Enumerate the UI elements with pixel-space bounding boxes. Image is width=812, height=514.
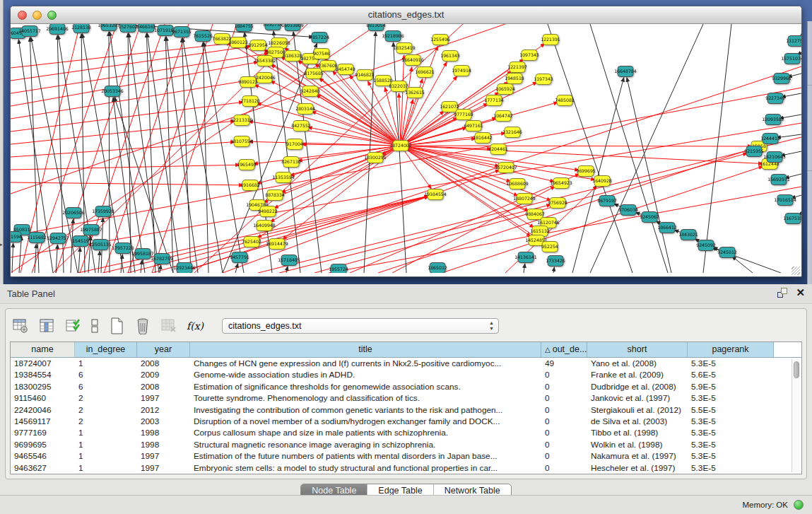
graph-node[interactable]: 7857224 [310,33,329,43]
graph-node[interactable]: 16648784 [614,66,637,77]
graph-node[interactable]: 1112750 [786,36,801,47]
graph-node[interactable]: 15720407 [495,163,517,173]
graph-node[interactable]: 1115682 [27,233,47,243]
column-header-short[interactable]: short [587,342,688,357]
vertical-scrollbar[interactable] [792,359,800,472]
graph-node[interactable]: 907546 [313,49,330,59]
graph-node[interactable]: 9890123 [238,77,258,88]
graph-node[interactable]: 8813054 [366,24,386,31]
table-row[interactable]: 977716911998Corpus callosum shape and si… [11,427,801,438]
table-row[interactable]: 1938455462009Genome-wide association stu… [11,369,801,380]
graph-node[interactable]: 18300295 [364,153,387,163]
graph-node[interactable]: 9245067 [640,212,659,223]
graph-node[interactable]: 154519 [72,236,89,247]
graph-node[interactable]: 1065924 [495,84,515,95]
graph-node[interactable]: 16033809 [281,24,304,31]
table-select-combobox[interactable]: citations_edges.txt ▲▼ [222,318,499,334]
graph-node[interactable]: 1640928 [592,176,612,187]
graph-node[interactable]: 9227349 [765,93,785,104]
graph-node[interactable]: 1321646 [502,127,522,138]
graph-node[interactable]: 1884755 [234,24,254,32]
graph-node[interactable]: 1733426 [546,256,565,267]
column-select-icon[interactable] [37,317,56,335]
new-document-icon[interactable] [107,317,126,335]
graph-node[interactable]: 9756928 [548,198,567,209]
graph-node[interactable]: 8267130 [281,157,301,168]
graph-node[interactable]: 9671355 [172,27,192,37]
delete-trash-icon[interactable] [134,317,152,335]
graph-node[interactable]: 9245012 [717,247,737,258]
graph-node[interactable]: 9699695 [576,166,596,177]
graph-node[interactable]: 1974914 [452,66,471,76]
graph-node[interactable]: 15718485 [278,255,300,266]
graph-node[interactable]: 7615526 [193,31,213,42]
graph-node[interactable]: 8215955 [744,146,764,157]
graph-node[interactable]: 1362615 [405,88,425,98]
graph-node[interactable]: 2718120 [240,96,260,107]
graph-node[interactable]: 18807249 [513,194,536,204]
split-collapse-arrow-icon[interactable]: ▸ [0,242,3,247]
graph-node[interactable]: 6497161 [464,121,483,132]
graph-node[interactable]: 7485081 [555,95,575,106]
graph-node[interactable]: 8878334 [265,190,285,201]
graph-node[interactable]: 1948518 [505,74,524,84]
graph-node[interactable]: 1244413 [760,134,780,144]
graph-node[interactable]: 15751074 [781,54,801,64]
graph-node[interactable]: 8175685 [304,69,324,79]
graph-node[interactable]: 20691406 [46,24,69,35]
graph-node[interactable]: 1696621 [415,67,435,78]
graph-node[interactable]: 9245092 [696,240,716,251]
graph-node[interactable]: 19218986 [382,31,404,42]
graph-node[interactable]: 1955724 [329,264,348,274]
graph-node[interactable]: 2204461 [488,144,508,155]
close-panel-icon[interactable]: ✕ [796,288,805,298]
graph-node[interactable]: 1816442 [473,133,493,144]
float-panel-icon[interactable] [777,288,787,298]
table-row[interactable]: 1456911722003Disruption of a novel membe… [11,416,801,427]
table-row[interactable]: 1872400712008Changes of HCN gene express… [11,358,801,369]
graph-node[interactable]: 17016514 [774,195,796,206]
graph-node[interactable]: 1527602 [118,24,138,33]
column-header-in_degree[interactable]: in_degree [75,342,137,357]
graph-node[interactable]: 19384554 [424,189,447,200]
column-header-out_de[interactable]: △out_de... [541,342,587,357]
graph-node[interactable]: 9329966 [772,74,792,84]
graph-node[interactable]: 11353594 [272,173,295,183]
table-check-icon[interactable] [64,317,82,335]
graph-node[interactable]: 15692971 [767,175,790,185]
graph-node[interactable]: 12942757 [47,233,69,244]
graph-node[interactable]: 19654923 [550,178,572,189]
table-row[interactable]: 1830029562008Estimation of significance … [11,381,801,392]
right-split-pane-divider[interactable] [807,21,812,284]
network-graph-canvas[interactable]: 1872400788601238912954182260589827508818… [11,24,801,273]
graph-node[interactable]: 7663822 [212,34,232,45]
graph-node[interactable]: 16543382 [254,56,276,66]
graph-node[interactable]: 9457791 [230,252,249,263]
column-header-name[interactable]: name [11,342,75,357]
graph-node[interactable]: 19975887 [80,225,102,235]
graph-node[interactable]: 20053346 [101,86,124,97]
graph-node[interactable]: 18724007 [389,141,412,151]
graph-node[interactable]: 1965493 [237,160,257,170]
graph-node[interactable]: 10688609 [506,179,529,189]
graph-node[interactable]: 9498222 [258,206,278,217]
column-header-pagerank[interactable]: pagerank [688,342,774,357]
graph-node[interactable]: 7625402 [242,237,261,247]
graph-node[interactable]: 16210643 [763,152,786,163]
graph-node[interactable]: 8427552 [291,121,311,132]
graph-node[interactable]: 14136141 [514,252,537,263]
graph-node[interactable]: 1777134 [484,95,504,106]
graph-node[interactable]: 8454749 [336,64,355,75]
graph-node[interactable]: 1197343 [534,74,553,85]
graph-node[interactable]: 16409948 [253,221,276,231]
scrollbar-thumb[interactable] [794,361,799,378]
graph-node[interactable]: 1961343 [440,51,460,62]
graph-node[interactable]: 9242848 [300,86,320,97]
graph-node[interactable]: 1916682 [240,180,260,191]
graph-node[interactable]: 16782759 [151,254,173,264]
graph-node[interactable]: 10653287 [98,24,120,31]
table-row[interactable]: 969969511998Structural magnetic resonanc… [11,439,801,450]
graph-node[interactable]: 917004 [286,139,303,150]
network-window-titlebar[interactable]: citations_edges.txt [11,6,801,24]
graph-node[interactable]: 8679197 [597,196,617,206]
